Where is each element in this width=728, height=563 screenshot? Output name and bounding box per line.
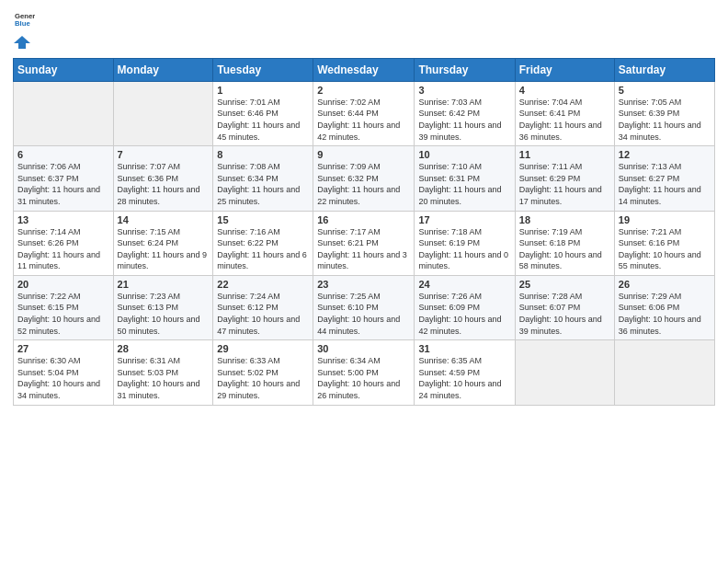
day-info: Sunrise: 6:30 AMSunset: 5:04 PMDaylight:…: [17, 355, 109, 401]
calendar-cell: 1Sunrise: 7:01 AMSunset: 6:46 PMDaylight…: [213, 81, 313, 145]
day-number: 1: [217, 85, 309, 96]
day-info: Sunrise: 7:28 AMSunset: 6:07 PMDaylight:…: [519, 291, 610, 337]
calendar-cell: 9Sunrise: 7:09 AMSunset: 6:32 PMDaylight…: [313, 146, 415, 211]
calendar-cell: 19Sunrise: 7:21 AMSunset: 6:16 PMDayligh…: [614, 211, 714, 275]
day-number: 17: [418, 214, 510, 225]
day-number: 24: [418, 279, 510, 290]
calendar-cell: 25Sunrise: 7:28 AMSunset: 6:07 PMDayligh…: [515, 275, 614, 339]
logo: General Blue: [13, 9, 35, 51]
calendar-cell: [515, 340, 614, 405]
day-number: 20: [17, 279, 109, 290]
calendar-cell: 16Sunrise: 7:17 AMSunset: 6:21 PMDayligh…: [313, 211, 415, 275]
calendar-cell: 21Sunrise: 7:23 AMSunset: 6:13 PMDayligh…: [113, 275, 213, 339]
weekday-header-tuesday: Tuesday: [213, 58, 313, 81]
day-number: 5: [619, 85, 711, 96]
calendar-cell: 6Sunrise: 7:06 AMSunset: 6:37 PMDaylight…: [14, 146, 114, 211]
day-info: Sunrise: 7:17 AMSunset: 6:21 PMDaylight:…: [317, 226, 410, 272]
calendar-week-row: 27Sunrise: 6:30 AMSunset: 5:04 PMDayligh…: [14, 340, 715, 405]
calendar-cell: 13Sunrise: 7:14 AMSunset: 6:26 PMDayligh…: [14, 211, 114, 275]
day-info: Sunrise: 7:26 AMSunset: 6:09 PMDaylight:…: [418, 291, 510, 337]
day-number: 29: [217, 343, 309, 354]
calendar-cell: 2Sunrise: 7:02 AMSunset: 6:44 PMDaylight…: [313, 81, 415, 145]
day-number: 27: [17, 343, 109, 354]
header: General Blue: [13, 9, 715, 51]
day-info: Sunrise: 7:09 AMSunset: 6:32 PMDaylight:…: [317, 161, 410, 207]
weekday-header-saturday: Saturday: [614, 58, 714, 81]
calendar-cell: 17Sunrise: 7:18 AMSunset: 6:19 PMDayligh…: [415, 211, 515, 275]
calendar-cell: [113, 81, 213, 145]
day-number: 2: [317, 85, 410, 96]
calendar-cell: 5Sunrise: 7:05 AMSunset: 6:39 PMDaylight…: [614, 81, 714, 145]
weekday-header-sunday: Sunday: [14, 58, 114, 81]
calendar-week-row: 13Sunrise: 7:14 AMSunset: 6:26 PMDayligh…: [14, 211, 715, 275]
calendar-week-row: 20Sunrise: 7:22 AMSunset: 6:15 PMDayligh…: [14, 275, 715, 339]
page: General Blue SundayMondayTuesdayWednesda…: [0, 0, 728, 563]
day-info: Sunrise: 6:35 AMSunset: 4:59 PMDaylight:…: [418, 355, 510, 401]
calendar-cell: 30Sunrise: 6:34 AMSunset: 5:00 PMDayligh…: [313, 340, 415, 405]
weekday-header-thursday: Thursday: [415, 58, 515, 81]
day-number: 23: [317, 279, 410, 290]
day-number: 4: [519, 85, 610, 96]
day-info: Sunrise: 6:31 AMSunset: 5:03 PMDaylight:…: [118, 355, 210, 401]
calendar-cell: 20Sunrise: 7:22 AMSunset: 6:15 PMDayligh…: [14, 275, 114, 339]
day-number: 8: [217, 149, 309, 160]
day-number: 13: [17, 214, 109, 225]
calendar-cell: 7Sunrise: 7:07 AMSunset: 6:36 PMDaylight…: [113, 146, 213, 211]
day-info: Sunrise: 7:13 AMSunset: 6:27 PMDaylight:…: [619, 161, 711, 207]
day-number: 12: [619, 149, 711, 160]
calendar-cell: 26Sunrise: 7:29 AMSunset: 6:06 PMDayligh…: [614, 275, 714, 339]
day-info: Sunrise: 7:06 AMSunset: 6:37 PMDaylight:…: [17, 161, 109, 207]
calendar-cell: 11Sunrise: 7:11 AMSunset: 6:29 PMDayligh…: [515, 146, 614, 211]
day-info: Sunrise: 7:05 AMSunset: 6:39 PMDaylight:…: [619, 97, 711, 143]
day-info: Sunrise: 7:10 AMSunset: 6:31 PMDaylight:…: [418, 161, 510, 207]
day-info: Sunrise: 7:29 AMSunset: 6:06 PMDaylight:…: [619, 291, 711, 337]
logo-icon: General Blue: [15, 9, 35, 29]
day-info: Sunrise: 7:15 AMSunset: 6:24 PMDaylight:…: [118, 226, 210, 272]
calendar-cell: 24Sunrise: 7:26 AMSunset: 6:09 PMDayligh…: [415, 275, 515, 339]
day-info: Sunrise: 7:25 AMSunset: 6:10 PMDaylight:…: [317, 291, 410, 337]
day-info: Sunrise: 7:22 AMSunset: 6:15 PMDaylight:…: [17, 291, 109, 337]
day-number: 9: [317, 149, 410, 160]
day-info: Sunrise: 7:19 AMSunset: 6:18 PMDaylight:…: [519, 226, 610, 272]
day-info: Sunrise: 7:07 AMSunset: 6:36 PMDaylight:…: [118, 161, 210, 207]
weekday-header-friday: Friday: [515, 58, 614, 81]
calendar-cell: 23Sunrise: 7:25 AMSunset: 6:10 PMDayligh…: [313, 275, 415, 339]
day-number: 19: [619, 214, 711, 225]
calendar-cell: [14, 81, 114, 145]
day-info: Sunrise: 7:11 AMSunset: 6:29 PMDaylight:…: [519, 161, 610, 207]
day-number: 28: [118, 343, 210, 354]
calendar-table: SundayMondayTuesdayWednesdayThursdayFrid…: [13, 58, 715, 406]
calendar-cell: 8Sunrise: 7:08 AMSunset: 6:34 PMDaylight…: [213, 146, 313, 211]
day-info: Sunrise: 7:14 AMSunset: 6:26 PMDaylight:…: [17, 226, 109, 272]
day-number: 3: [418, 85, 510, 96]
calendar-cell: 29Sunrise: 6:33 AMSunset: 5:02 PMDayligh…: [213, 340, 313, 405]
day-info: Sunrise: 6:33 AMSunset: 5:02 PMDaylight:…: [217, 355, 309, 401]
day-number: 6: [17, 149, 109, 160]
day-number: 25: [519, 279, 610, 290]
day-number: 15: [217, 214, 309, 225]
day-number: 14: [118, 214, 210, 225]
day-info: Sunrise: 7:03 AMSunset: 6:42 PMDaylight:…: [418, 97, 510, 143]
day-info: Sunrise: 7:04 AMSunset: 6:41 PMDaylight:…: [519, 97, 610, 143]
weekday-header-row: SundayMondayTuesdayWednesdayThursdayFrid…: [14, 58, 715, 81]
day-number: 21: [118, 279, 210, 290]
calendar-cell: 15Sunrise: 7:16 AMSunset: 6:22 PMDayligh…: [213, 211, 313, 275]
calendar-cell: 10Sunrise: 7:10 AMSunset: 6:31 PMDayligh…: [415, 146, 515, 211]
calendar-week-row: 6Sunrise: 7:06 AMSunset: 6:37 PMDaylight…: [14, 146, 715, 211]
day-number: 18: [519, 214, 610, 225]
calendar-cell: 27Sunrise: 6:30 AMSunset: 5:04 PMDayligh…: [14, 340, 114, 405]
calendar-cell: 3Sunrise: 7:03 AMSunset: 6:42 PMDaylight…: [415, 81, 515, 145]
calendar-cell: 22Sunrise: 7:24 AMSunset: 6:12 PMDayligh…: [213, 275, 313, 339]
day-info: Sunrise: 7:16 AMSunset: 6:22 PMDaylight:…: [217, 226, 309, 272]
day-number: 22: [217, 279, 309, 290]
calendar-cell: 31Sunrise: 6:35 AMSunset: 4:59 PMDayligh…: [415, 340, 515, 405]
calendar-cell: 12Sunrise: 7:13 AMSunset: 6:27 PMDayligh…: [614, 146, 714, 211]
day-info: Sunrise: 7:24 AMSunset: 6:12 PMDaylight:…: [217, 291, 309, 337]
calendar-cell: 4Sunrise: 7:04 AMSunset: 6:41 PMDaylight…: [515, 81, 614, 145]
svg-marker-2: [14, 36, 30, 49]
day-info: Sunrise: 7:21 AMSunset: 6:16 PMDaylight:…: [619, 226, 711, 272]
day-info: Sunrise: 7:01 AMSunset: 6:46 PMDaylight:…: [217, 97, 309, 143]
day-number: 11: [519, 149, 610, 160]
day-number: 16: [317, 214, 410, 225]
day-number: 10: [418, 149, 510, 160]
